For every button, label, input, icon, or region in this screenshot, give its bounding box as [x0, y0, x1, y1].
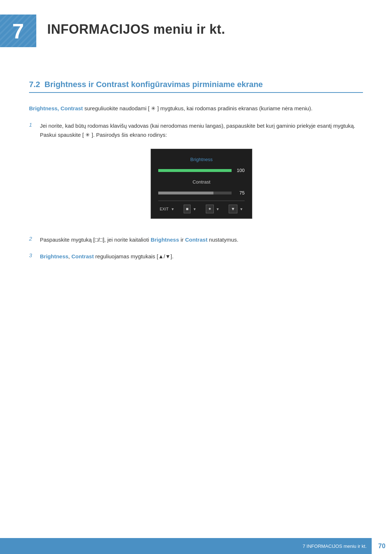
osd-brightness-fill [158, 169, 232, 172]
footer-page-number: 70 [372, 538, 392, 554]
osd-btn3-arrow: ▼ [240, 207, 243, 211]
osd-btn3-group: ▼ ▼ [229, 204, 243, 213]
osd-contrast-fill [158, 192, 213, 194]
chapter-number: 7 [12, 19, 24, 43]
chapter-number-block: 7 [0, 15, 36, 47]
step-1-content: Jei norite, kad būtų rodomas klavišų vad… [40, 121, 363, 228]
step-3-bold2: Contrast [72, 253, 94, 259]
osd-brightness-row: 100 [158, 167, 245, 175]
step-2-text-after: nustatymus. [208, 237, 238, 243]
osd-container: Brightness 100 Contrast 75 [40, 149, 363, 219]
osd-btn2-group: ✦ ▼ [206, 204, 220, 213]
osd-contrast-track [158, 192, 232, 194]
osd-divider [158, 201, 245, 201]
osd-contrast-value: 75 [234, 189, 245, 197]
step-3-number: 3 [29, 252, 40, 258]
footer-text: 7 INFORMACIJOS meniu ir kt. [303, 543, 372, 549]
steps-list: 1 Jei norite, kad būtų rodomas klavišų v… [29, 121, 363, 261]
step-2-bold1: Brightness [151, 237, 179, 243]
step-3: 3 Brightness, Contrast reguliuojamas myg… [29, 252, 363, 261]
step-3-content: Brightness, Contrast reguliuojamas mygtu… [40, 252, 363, 261]
osd-screen: Brightness 100 Contrast 75 [151, 149, 252, 219]
osd-brightness-value: 100 [234, 167, 245, 175]
step-3-mid: , [68, 253, 71, 259]
step-2-number: 2 [29, 235, 40, 242]
intro-rest: sureguliuokite naudodami [ ✳ ] mygtukus,… [83, 105, 312, 111]
osd-contrast-row: 75 [158, 189, 245, 197]
osd-contrast-label: Contrast [158, 178, 245, 186]
step-2: 2 Paspauskite mygtuką [□/□], jei norite … [29, 235, 363, 245]
section-number: 7.2 [29, 80, 40, 89]
main-content: 7.2Brightness ir Contrast konfigūravimas… [0, 58, 392, 297]
osd-brightness-track [158, 169, 232, 172]
section-title: Brightness ir Contrast konfigūravimas pi… [45, 80, 263, 89]
chapter-title: INFORMACIJOS meniu ir kt. [36, 15, 225, 37]
osd-btn1-arrow: ▼ [193, 207, 196, 211]
step-2-bold2: Contrast [185, 237, 208, 243]
osd-btn2-icon: ✦ [206, 205, 214, 213]
intro-bold: Brightness, Contrast [29, 105, 83, 111]
osd-btn2-arrow: ▼ [216, 207, 220, 211]
osd-btn1-icon: ■ [184, 205, 191, 213]
osd-exit-label: EXIT [160, 207, 168, 211]
intro-paragraph: Brightness, Contrast sureguliuokite naud… [29, 104, 363, 113]
step-3-text-after: reguliuojamas mygtukais [▲/▼]. [94, 253, 173, 259]
step-2-text-before: Paspauskite mygtuką [□/□], jei norite ka… [40, 237, 151, 243]
osd-exit-group: EXIT ▼ [160, 204, 175, 213]
osd-exit-arrow: ▼ [171, 207, 175, 211]
osd-buttons-row: EXIT ▼ ■ ▼ ✦ ▼ [158, 204, 245, 213]
step-2-mid: ir [179, 237, 185, 243]
step-1-text: Jei norite, kad būtų rodomas klavišų vad… [40, 123, 355, 138]
osd-brightness-label: Brightness [158, 156, 245, 164]
step-1: 1 Jei norite, kad būtų rodomas klavišų v… [29, 121, 363, 228]
step-1-number: 1 [29, 121, 40, 128]
chapter-header: 7 INFORMACIJOS meniu ir kt. [0, 0, 392, 58]
osd-btn1-group: ■ ▼ [184, 204, 196, 213]
step-2-content: Paspauskite mygtuką [□/□], jei norite ka… [40, 235, 363, 245]
step-3-bold1: Brightness [40, 253, 68, 259]
page-footer: 7 INFORMACIJOS meniu ir kt. 70 [0, 538, 392, 554]
osd-btn3-icon: ▼ [229, 205, 237, 213]
section-heading: 7.2Brightness ir Contrast konfigūravimas… [29, 80, 363, 93]
